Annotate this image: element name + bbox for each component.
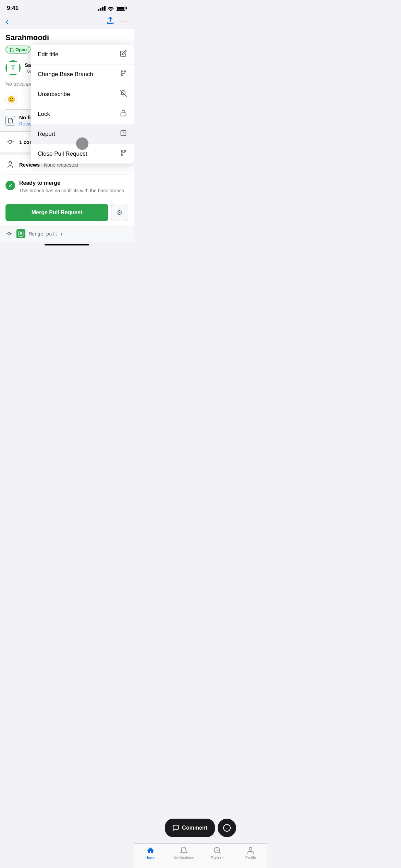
nav-bar: ‹ ··· [0,14,134,29]
change-base-label: Change Base Branch [38,71,93,78]
dropdown-item-lock[interactable]: Lock [31,104,134,124]
commit-row: Merge pull r [0,225,134,242]
close-pr-label: Close Pull Request [38,150,87,157]
battery-icon [116,6,127,11]
merge-button-row: Merge Pull Request ⚙ [0,200,134,225]
avatar: T [5,60,21,75]
emoji-button[interactable]: 🙂 [5,94,17,105]
signal-icon [98,6,106,11]
status-bar: 9:41 [0,0,134,14]
merge-pull-request-button[interactable]: Merge Pull Request [5,204,108,221]
pr-title: Sarahmoodi [5,33,128,42]
dropdown-item-report[interactable]: Report [31,124,134,144]
dropdown-menu: Edit title Change Base Branch Unsubscrib… [31,45,134,164]
status-badge-open: Open [5,46,31,53]
dropdown-item-unsubscribe[interactable]: Unsubscribe [31,84,134,104]
svg-rect-2 [121,113,126,116]
pr-open-icon [9,47,14,52]
unsubscribe-label: Unsubscribe [38,91,70,98]
lock-label: Lock [38,111,50,118]
bot-avatar [16,229,25,238]
home-indicator [45,244,89,245]
wifi-icon [108,6,114,11]
ready-to-merge-label: Ready to merge [19,180,126,186]
edit-title-label: Edit title [38,51,58,58]
nav-actions: ··· [106,16,128,26]
commit-message: Merge pull r [29,231,128,237]
svg-line-1 [120,90,126,96]
back-button[interactable]: ‹ [5,17,9,26]
dropdown-item-change-base[interactable]: Change Base Branch [31,64,134,84]
commit-dot-icon [5,230,13,238]
files-changed-icon [5,116,15,125]
reviews-person-icon [5,160,15,169]
close-pr-icon [120,149,127,158]
lock-icon [120,110,127,118]
drag-indicator [76,137,88,150]
merge-status-text: Ready to merge This branch has no confli… [19,180,126,194]
merge-check-icon: ✓ [5,181,15,190]
more-button[interactable]: ··· [120,17,128,26]
unsubscribe-icon [120,90,127,98]
merge-description: This branch has no conflicts with the ba… [19,188,126,194]
commit-icon [5,137,15,147]
reviews-section: Reviews · None requested ⌃ ✓ Ready to me… [0,155,134,225]
share-button[interactable] [106,16,114,26]
merge-settings-button[interactable]: ⚙ [111,204,128,221]
edit-title-icon [120,50,127,59]
dropdown-item-edit-title[interactable]: Edit title [31,45,134,64]
merge-status: ✓ Ready to merge This branch has no conf… [0,174,134,200]
status-time: 9:41 [7,5,19,12]
change-base-icon [120,70,127,79]
report-icon [120,130,127,138]
status-icons [98,6,127,11]
report-label: Report [38,131,55,137]
